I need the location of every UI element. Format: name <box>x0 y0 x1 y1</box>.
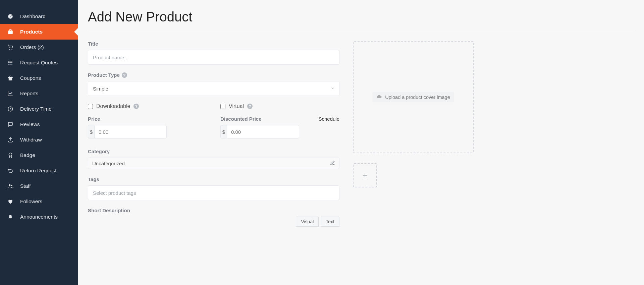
tags-label: Tags <box>88 176 339 182</box>
downloadable-check[interactable]: Downloadable ? <box>88 103 207 109</box>
product-type-label: Product Type ? <box>88 72 339 78</box>
title-label: Title <box>88 41 339 47</box>
cart-icon <box>7 44 14 51</box>
svg-point-4 <box>8 61 9 61</box>
list-icon <box>7 59 14 66</box>
title-input[interactable] <box>88 50 339 65</box>
sidebar-item-label: Orders (2) <box>20 44 44 50</box>
sidebar-item-request-quotes[interactable]: Request Quotes <box>0 55 78 70</box>
cover-upload[interactable]: Upload a product cover image <box>353 41 474 153</box>
users-icon <box>7 182 14 190</box>
gauge-icon <box>7 13 14 20</box>
sidebar-item-label: Dashboard <box>20 13 46 19</box>
plus-icon: + <box>363 171 367 180</box>
heart-icon <box>7 198 14 205</box>
svg-point-3 <box>11 49 12 50</box>
category-select[interactable]: Uncategorized <box>88 158 339 169</box>
undo-icon <box>7 167 14 174</box>
sidebar-item-reviews[interactable]: Reviews <box>0 117 78 132</box>
sidebar-item-label: Request Quotes <box>20 60 58 66</box>
sidebar-item-return-request[interactable]: Return Request <box>0 163 78 178</box>
disc-price-input[interactable] <box>227 125 299 138</box>
bell-icon <box>7 213 14 221</box>
sidebar-item-dashboard[interactable]: Dashboard <box>0 9 78 24</box>
sidebar-item-announcements[interactable]: Announcements <box>0 209 78 225</box>
disc-price-input-group: $ <box>220 125 299 138</box>
briefcase-icon <box>7 28 14 36</box>
gift-icon <box>7 74 14 82</box>
schedule-link[interactable]: Schedule <box>318 116 339 122</box>
help-icon[interactable]: ? <box>247 104 253 109</box>
svg-point-6 <box>8 64 9 64</box>
sidebar-item-delivery-time[interactable]: Delivery Time <box>0 101 78 117</box>
sidebar-item-label: Followers <box>20 198 42 205</box>
price-label: Price <box>88 116 100 122</box>
upload-icon <box>7 136 14 144</box>
sidebar-item-label: Delivery Time <box>20 106 52 112</box>
page-title: Add New Product <box>88 9 634 24</box>
help-icon[interactable]: ? <box>122 72 127 78</box>
svg-point-2 <box>9 49 10 50</box>
virtual-checkbox[interactable] <box>220 104 225 109</box>
sidebar-item-reports[interactable]: Reports <box>0 86 78 101</box>
sidebar-item-badge[interactable]: Badge <box>0 148 78 163</box>
short-desc-label: Short Description <box>88 208 339 213</box>
award-icon <box>7 152 14 159</box>
divider <box>88 32 634 32</box>
currency-symbol: $ <box>220 125 227 138</box>
sidebar-item-withdraw[interactable]: Withdraw <box>0 132 78 148</box>
category-label: Category <box>88 149 339 154</box>
virtual-check[interactable]: Virtual ? <box>220 103 339 109</box>
main-content: Add New Product Title Product Type ? <box>78 0 644 285</box>
disc-price-label: Discounted Price <box>220 116 262 122</box>
svg-point-5 <box>8 62 9 63</box>
sidebar-item-label: Reviews <box>20 121 40 127</box>
svg-rect-1 <box>8 31 13 34</box>
sidebar-item-label: Products <box>20 29 43 35</box>
sidebar: DashboardProductsOrders (2)Request Quote… <box>0 0 78 285</box>
currency-symbol: $ <box>88 125 94 138</box>
svg-point-11 <box>9 184 10 186</box>
comments-icon <box>7 121 14 128</box>
sidebar-item-label: Reports <box>20 91 38 97</box>
sidebar-item-staff[interactable]: Staff <box>0 178 78 194</box>
sidebar-item-followers[interactable]: Followers <box>0 194 78 209</box>
editor-tab-text[interactable]: Text <box>321 217 339 227</box>
price-input-group: $ <box>88 125 167 138</box>
sidebar-item-products[interactable]: Products <box>0 24 78 40</box>
edit-icon[interactable] <box>330 160 335 166</box>
chart-icon <box>7 90 14 97</box>
clock-icon <box>7 105 14 113</box>
editor-tab-visual[interactable]: Visual <box>296 217 319 227</box>
svg-point-12 <box>11 185 12 186</box>
category-value: Uncategorized <box>92 161 125 166</box>
add-gallery-image[interactable]: + <box>353 163 377 187</box>
sidebar-item-orders-2[interactable]: Orders (2) <box>0 40 78 55</box>
svg-point-10 <box>9 153 12 156</box>
sidebar-item-label: Withdraw <box>20 137 42 143</box>
product-type-select[interactable] <box>88 81 339 96</box>
sidebar-item-label: Coupons <box>20 75 41 81</box>
tags-input[interactable] <box>88 185 339 200</box>
sidebar-item-label: Badge <box>20 152 35 158</box>
help-icon[interactable]: ? <box>133 104 139 109</box>
cloud-upload-icon <box>376 94 382 100</box>
sidebar-item-label: Staff <box>20 183 31 189</box>
sidebar-item-label: Return Request <box>20 168 57 174</box>
sidebar-item-label: Announcements <box>20 214 58 220</box>
price-input[interactable] <box>94 125 167 138</box>
sidebar-item-coupons[interactable]: Coupons <box>0 70 78 86</box>
downloadable-checkbox[interactable] <box>88 104 93 109</box>
